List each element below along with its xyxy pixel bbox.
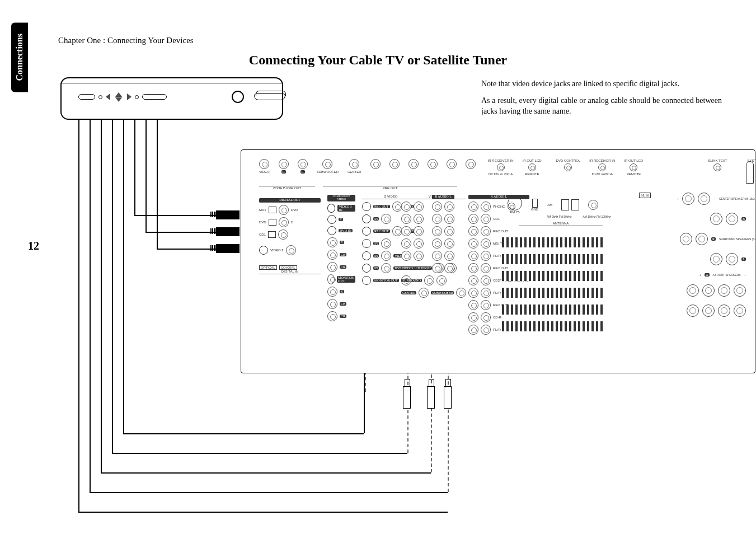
jack <box>444 214 454 224</box>
lbl-51ch: DVD/ 5.1CH INPUT <box>401 266 432 270</box>
lbl-dvdin: DVD IN <box>339 229 353 232</box>
speaker-terminal <box>702 305 715 317</box>
speaker-terminals: + − CENTER SPEAKER (8~16Ω) B RSURROUND S… <box>656 193 746 317</box>
jack <box>444 202 454 212</box>
wire <box>101 120 102 472</box>
svideo-icon <box>327 226 336 235</box>
lbl-optical: OPTICAL <box>259 265 277 270</box>
cable-tuner-device <box>60 77 283 120</box>
lbl-plus2: + <box>699 273 702 277</box>
audio-col-1: R AUDIO L <box>432 195 454 275</box>
lbl-in: IN <box>373 217 379 221</box>
jack <box>444 238 454 249</box>
jack <box>414 226 424 236</box>
jack <box>481 251 491 261</box>
lbl-cdr: CD-R <box>493 316 501 319</box>
digital-out-block: DIGITAL OUT MD1DVD DVD2 CD1 VIDEO 3 <box>259 198 321 257</box>
wire <box>112 453 407 454</box>
connector-plug <box>216 244 240 253</box>
jack-mini <box>564 163 572 171</box>
lbl-cd1: CD1 <box>259 233 266 236</box>
lbl-dc12v: DC12V m 20mA <box>489 172 513 176</box>
jack <box>468 312 478 322</box>
svideo-jack <box>362 276 371 285</box>
page-title: Connecting Your Cable TV or Satellite Tu… <box>0 53 756 68</box>
preout-label: PRE OUT <box>323 186 457 190</box>
jack <box>468 263 478 273</box>
arrow-left-icon <box>106 93 110 100</box>
speaker-terminal <box>718 305 730 317</box>
jack <box>436 275 447 285</box>
hdr-component: COMPONENT VIDEO <box>327 195 355 202</box>
lbl-am: AM <box>547 203 552 207</box>
arrow-down-icon <box>115 97 122 102</box>
jack <box>381 238 391 249</box>
jack-mini <box>598 163 606 171</box>
speaker-terminal <box>680 233 692 245</box>
jack <box>408 159 419 169</box>
wire <box>157 249 216 250</box>
speaker-terminal <box>682 193 694 205</box>
svideo-jack <box>362 202 371 211</box>
jack <box>392 202 402 212</box>
speaker-terminal <box>710 213 722 225</box>
lbl-cb2: CB <box>340 302 346 306</box>
lbl-center: CENTER <box>348 170 361 174</box>
jack <box>414 238 424 249</box>
lbl-ir-out: IR OUT LCD <box>523 159 542 162</box>
lbl-sub2: SUBWOOFER <box>431 291 454 294</box>
jack <box>444 226 454 236</box>
jack <box>322 159 332 169</box>
lbl-phono: PHONO <box>493 205 505 208</box>
lbl-ir-out2: IR OUT LCD <box>624 159 643 162</box>
zone-b-label: ZONE B PRE OUT <box>259 186 315 190</box>
speaker-terminal <box>687 305 699 317</box>
lbl-in2: IN <box>373 242 379 245</box>
receiver-rear-panel: VIDEO R L SUBWOOFER CENTER IR RECEIVER I… <box>241 149 755 373</box>
lbl-video3: VIDEO 3 <box>270 249 284 252</box>
lbl-v3in: VIDEO 3 IN <box>337 205 355 212</box>
vent-strip <box>502 321 603 331</box>
svideo-jack <box>362 264 371 273</box>
connector-plug <box>216 210 240 219</box>
speaker-terminal <box>734 284 746 297</box>
note-p1: Note that video device jacks are linked … <box>481 78 722 90</box>
lbl-remote2: REMOTE <box>626 172 641 176</box>
jack <box>468 238 478 249</box>
device-slot <box>78 94 95 100</box>
speaker-terminal <box>718 284 730 297</box>
svideo-jack <box>362 214 371 223</box>
device-dot <box>98 95 102 99</box>
lbl-r-spk: R <box>711 237 716 241</box>
slink-badge: SL16 <box>639 193 651 198</box>
lbl-recout: REC OUT <box>373 205 390 208</box>
lbl-in3: IN <box>373 254 379 257</box>
lbl-d12v2: D12V m20mA <box>592 172 613 176</box>
svideo-icon <box>259 246 268 255</box>
jack <box>481 300 491 310</box>
wire <box>90 492 448 493</box>
device-tray <box>254 93 285 100</box>
jack <box>401 251 411 261</box>
lbl-l: L <box>300 170 305 174</box>
lbl-amfreq2: AM 10kHz FM 100kHz <box>583 215 611 218</box>
lbl-y: Y <box>339 218 343 221</box>
jack <box>349 159 359 169</box>
vent-strip <box>502 254 603 264</box>
lbl-fm75: FM 75 <box>510 210 519 214</box>
vent-strip <box>502 271 603 281</box>
speaker-terminal <box>726 253 738 265</box>
lbl-2: 2 <box>291 221 293 224</box>
jack <box>468 288 478 298</box>
jack <box>444 263 454 273</box>
plug-rca <box>444 386 452 409</box>
wire <box>123 433 364 434</box>
jack <box>432 214 442 224</box>
jack <box>428 159 438 169</box>
jack <box>468 226 478 236</box>
jack <box>401 214 411 224</box>
jack-slink <box>588 200 598 210</box>
jack <box>414 251 424 261</box>
lbl-spk-center: CENTER SPEAKER (8~16Ω) <box>719 197 746 200</box>
jack <box>468 251 478 261</box>
